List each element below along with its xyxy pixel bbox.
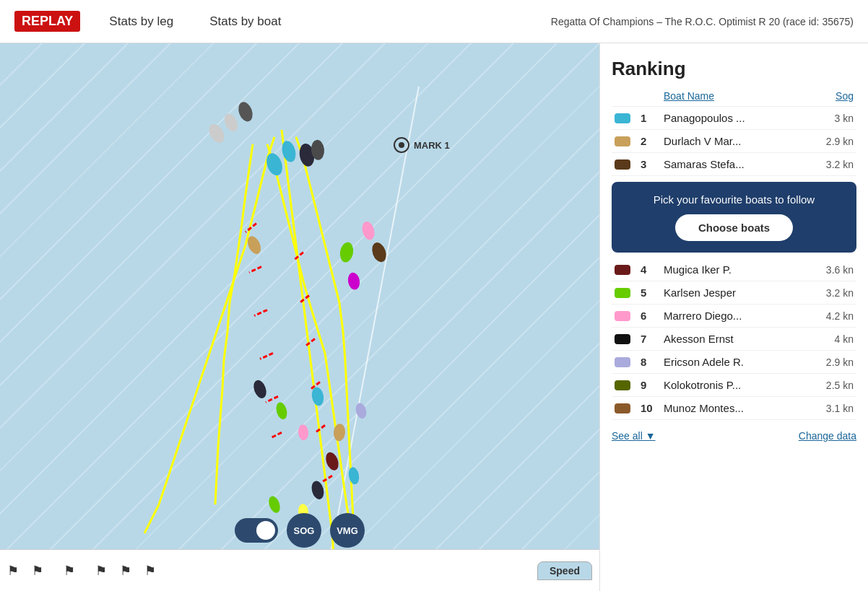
boat-sog: 2.9 kn — [810, 136, 854, 147]
svg-line-4 — [260, 353, 273, 359]
flag-1[interactable]: ⚑ — [7, 563, 19, 579]
svg-point-22 — [251, 378, 269, 400]
boat-name: Ericson Adele R. — [664, 356, 810, 368]
change-data-link[interactable]: Change data — [799, 430, 856, 442]
svg-line-5 — [266, 396, 278, 402]
rank-row[interactable]: 9Kolokotronis P...2.5 kn — [612, 374, 856, 397]
rank-row[interactable]: 5Karlsen Jesper3.2 kn — [612, 281, 856, 305]
rank-table-header: Boat Name Sog — [612, 90, 856, 107]
toggle-knob — [256, 521, 275, 540]
boat-name: Marrero Diego... — [664, 310, 810, 322]
rank-row[interactable]: 1Panagopoulos ...3 kn — [612, 107, 856, 130]
rank-row[interactable]: 8Ericson Adele R.2.9 kn — [612, 351, 856, 374]
choose-boats-button[interactable]: Choose boats — [675, 214, 793, 241]
svg-point-33 — [206, 121, 227, 145]
main-layout: MARK 1 SOG VMG color tail ⚑ ⚑ ⚑ ⚑ ⚑ ⚑ Sp… — [0, 43, 868, 591]
svg-point-25 — [298, 424, 309, 441]
ranking-title: Ranking — [612, 58, 856, 80]
rank-row[interactable]: 4Mugica Iker P.3.6 kn — [612, 258, 856, 281]
mark1-inner — [399, 142, 404, 148]
boat-name: Samaras Stefa... — [664, 158, 810, 170]
svg-point-28 — [324, 450, 341, 472]
flag-2[interactable]: ⚑ — [32, 563, 43, 579]
mark1-marker: MARK 1 — [394, 137, 450, 153]
boat-sog: 4.2 kn — [810, 310, 854, 322]
sog-button[interactable]: SOG — [287, 513, 321, 548]
boat-name: Kolokotronis P... — [664, 379, 810, 391]
timeline-bar: ⚑ ⚑ ⚑ ⚑ ⚑ ⚑ Speed — [0, 549, 599, 591]
boat-name: Panagopoulos ... — [664, 112, 810, 124]
speed-badge: Speed — [537, 561, 592, 580]
rank-number: 8 — [641, 356, 664, 368]
rank-number: 10 — [641, 402, 664, 414]
svg-point-34 — [222, 112, 240, 133]
nav-stats-by-boat[interactable]: Stats by boat — [209, 14, 281, 29]
svg-point-35 — [236, 100, 255, 123]
boat-sog: 3.1 kn — [810, 403, 854, 414]
race-tracks-svg — [0, 43, 599, 591]
svg-line-6 — [270, 432, 282, 438]
svg-point-30 — [310, 480, 326, 501]
favourite-box: Pick your favourite boats to follow Choo… — [612, 182, 856, 253]
boat-name: Munoz Montes... — [664, 402, 810, 414]
right-panel: Ranking Boat Name Sog 1Panagopoulos ...3… — [599, 43, 868, 591]
flag-5[interactable]: ⚑ — [120, 563, 131, 579]
boat-sog: 4 kn — [810, 333, 854, 345]
svg-point-19 — [360, 220, 376, 241]
bottom-links: See all ▼ Change data — [612, 423, 856, 442]
toggle-button[interactable] — [235, 518, 278, 543]
boat-name: Karlsen Jesper — [664, 286, 810, 299]
rank-row[interactable]: 3Samaras Stefa...3.2 kn — [612, 153, 856, 176]
boat-name: Mugica Iker P. — [664, 263, 810, 276]
replay-logo[interactable]: REPLAY — [14, 11, 80, 32]
vmg-button[interactable]: VMG — [330, 513, 365, 548]
boat-sog: 2.9 kn — [810, 356, 854, 368]
svg-point-24 — [311, 386, 325, 406]
flag-6[interactable]: ⚑ — [144, 563, 156, 579]
boat-name: Akesson Ernst — [664, 333, 810, 345]
svg-point-21 — [347, 271, 361, 290]
map-area[interactable]: MARK 1 SOG VMG color tail ⚑ ⚑ ⚑ ⚑ ⚑ ⚑ Sp… — [0, 43, 599, 591]
rank-number: 3 — [641, 158, 664, 170]
mark1-text: MARK 1 — [414, 140, 450, 151]
rank-row[interactable]: 6Marrero Diego...4.2 kn — [612, 305, 856, 328]
svg-point-29 — [347, 466, 360, 485]
rank-number: 4 — [641, 263, 664, 276]
boat-sog: 3.6 kn — [810, 264, 854, 276]
col-header-sog[interactable]: Sog — [810, 90, 854, 102]
flag-4[interactable]: ⚑ — [95, 563, 107, 579]
boat-sog: 3.2 kn — [810, 159, 854, 170]
mark1-circle — [394, 137, 409, 153]
rank-number: 9 — [641, 379, 664, 391]
svg-line-3 — [254, 310, 267, 316]
svg-line-0 — [325, 87, 419, 584]
col-header-boat-name[interactable]: Boat Name — [664, 90, 810, 102]
rank-row[interactable]: 10Munoz Montes...3.1 kn — [612, 397, 856, 420]
boat-sog: 3 kn — [810, 113, 854, 124]
header: REPLAY Stats by leg Stats by boat Regatt… — [0, 0, 868, 43]
svg-point-23 — [274, 401, 289, 421]
flag-3[interactable]: ⚑ — [64, 563, 75, 579]
see-all-link[interactable]: See all ▼ — [612, 430, 656, 442]
svg-line-2 — [249, 267, 261, 273]
rank-number: 2 — [641, 135, 664, 147]
bottom-controls: SOG VMG — [235, 513, 365, 548]
rank-row[interactable]: 2Durlach V Mar...2.9 kn — [612, 130, 856, 153]
rank-rows-bottom: 4Mugica Iker P.3.6 kn5Karlsen Jesper3.2 … — [612, 258, 856, 420]
rank-row[interactable]: 7Akesson Ernst4 kn — [612, 328, 856, 351]
boat-name: Durlach V Mar... — [664, 135, 810, 147]
rank-number: 6 — [641, 310, 664, 322]
rank-number: 5 — [641, 286, 664, 299]
boat-sog: 2.5 kn — [810, 380, 854, 391]
race-title: Regatta Of Champions – The R.O.C. Optimi… — [551, 16, 854, 27]
rank-number: 1 — [641, 112, 664, 124]
svg-point-13 — [264, 151, 285, 178]
svg-point-18 — [339, 241, 355, 263]
nav-stats-by-leg[interactable]: Stats by leg — [109, 14, 173, 29]
rank-rows-top: 1Panagopoulos ...3 kn2Durlach V Mar...2.… — [612, 107, 856, 176]
favourite-text: Pick your favourite boats to follow — [623, 193, 845, 206]
boat-sog: 3.2 kn — [810, 287, 854, 299]
rank-number: 7 — [641, 333, 664, 345]
svg-point-32 — [266, 495, 282, 515]
